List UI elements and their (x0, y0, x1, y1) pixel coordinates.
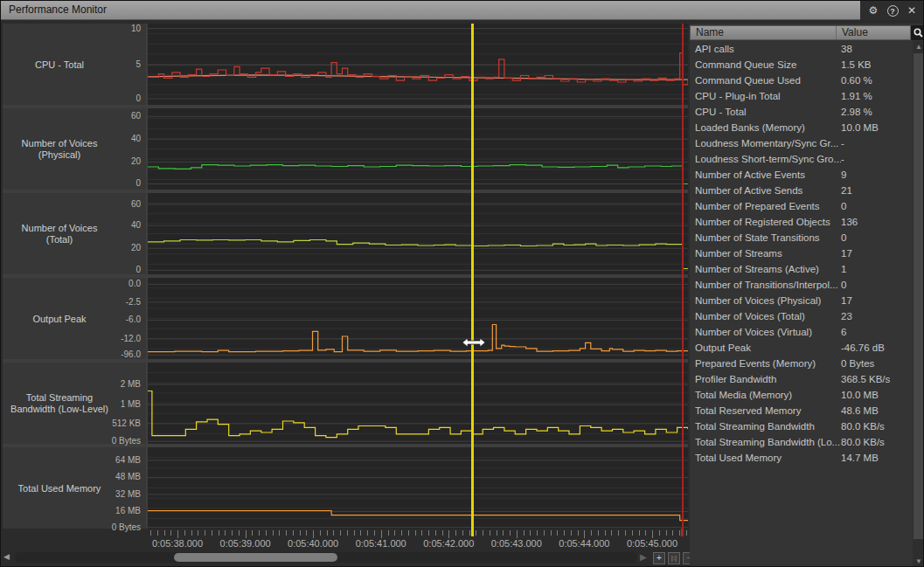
table-row[interactable]: Output Peak -46.76 dB (690, 340, 911, 356)
settings-button[interactable]: ⚙ (865, 3, 881, 18)
timeline-time-label: 0:05:38.000 (152, 538, 203, 549)
chart-label-cell: Number of Voices (Total)6040200 (3, 193, 146, 274)
y-axis-tick-label: 0 Bytes (112, 436, 141, 446)
timeline-tick (252, 530, 253, 536)
chart-plot[interactable] (148, 193, 688, 274)
column-header-value[interactable]: Value (837, 26, 910, 39)
gear-icon: ⚙ (869, 4, 879, 17)
chart-row: Total Streaming Bandwidth (Low-Level)2 M… (3, 363, 688, 444)
y-axis-tick-label: 48 MB (115, 472, 141, 481)
follow-capture-icon[interactable]: ▶ (640, 552, 647, 562)
timeline-tick (564, 530, 565, 536)
table-row[interactable]: Command Queue Size 1.5 KB (690, 57, 911, 73)
chart-plot[interactable] (148, 24, 688, 105)
table-row[interactable]: Loudness Momentary/Sync Gr... - (690, 135, 911, 151)
counter-value: 80.0 KB/s (841, 437, 911, 447)
table-row[interactable]: Profiler Bandwidth 368.5 KB/s (690, 371, 911, 387)
table-row[interactable]: CPU - Total 2.98 % (690, 104, 911, 120)
column-header-name[interactable]: Name (691, 26, 837, 39)
y-axis-tick-label: 0 (135, 265, 141, 274)
chart-plot[interactable] (148, 108, 688, 190)
table-row[interactable]: Number of Streams 17 (690, 245, 911, 261)
zoom-reset-button[interactable]: |:| (668, 552, 680, 564)
table-row[interactable]: CPU - Plug-in Total 1.91 % (690, 88, 911, 104)
timeline-tick (259, 530, 260, 536)
counter-value: 23 (841, 311, 911, 322)
table-row[interactable]: Number of Active Events 9 (690, 167, 911, 183)
table-row[interactable]: Number of State Transitions 0 (690, 230, 911, 245)
timeline-tick (625, 530, 626, 536)
timeline-tick (212, 530, 212, 536)
timeline-tick (591, 530, 592, 536)
y-axis-tick-label: 32 MB (115, 489, 141, 499)
titlebar[interactable]: Performance Monitor ⚙ ? ✕ (1, 1, 924, 20)
table-header[interactable]: Name Value (690, 25, 911, 40)
table-row[interactable]: Total Used Memory 14.7 MB (690, 450, 911, 466)
timeline-tick (598, 530, 599, 536)
y-axis-tick-label: -12.0 (121, 334, 141, 343)
timeline-tick (150, 530, 151, 536)
chart-row: Number of Voices (Total)6040200 (3, 193, 688, 274)
table-row[interactable]: Number of Active Sends 21 (690, 183, 911, 198)
table-row[interactable]: Total Reserved Memory 48.6 MB (690, 403, 911, 418)
counter-value: - (841, 154, 911, 164)
help-icon: ? (887, 5, 899, 17)
chart-title: CPU - Total (8, 59, 111, 70)
timeline-tick (435, 530, 436, 536)
zoom-in-button[interactable]: + (653, 552, 665, 564)
chart-plot[interactable] (148, 363, 688, 444)
timeline-tick (618, 530, 619, 536)
series-used-memory (148, 511, 688, 521)
chart-title: Total Used Memory (8, 482, 111, 494)
timeline-tick (293, 530, 294, 536)
horizontal-drag-cursor-icon (462, 335, 486, 349)
table-row[interactable]: Total Streaming Bandwidth (Lo... 80.0 KB… (690, 434, 911, 450)
table-row[interactable]: Loaded Banks (Memory) 10.0 MB (690, 120, 911, 135)
search-icon (914, 28, 923, 38)
horizontal-scrollbar[interactable] (15, 552, 637, 563)
timeline-tick (313, 530, 314, 538)
playhead-cursor[interactable] (471, 24, 474, 536)
chart-plot[interactable] (148, 447, 688, 529)
scroll-left-icon[interactable]: ◀ (3, 552, 10, 561)
table-row[interactable]: Command Queue Used 0.60 % (690, 73, 911, 88)
table-row[interactable]: Number of Streams (Active) 1 (690, 261, 911, 277)
table-row[interactable]: Number of Registered Objects 136 (690, 214, 911, 230)
counter-name: Command Queue Used (690, 75, 841, 86)
counter-name: CPU - Plug-in Total (690, 91, 841, 101)
timeline-tick (286, 530, 287, 536)
scroll-up-icon[interactable]: ▲ (913, 43, 924, 51)
chart-plot[interactable] (148, 278, 688, 359)
counter-value: 9 (841, 169, 911, 180)
counter-value: 0.60 % (841, 75, 911, 86)
table-row[interactable]: Number of Voices (Virtual) 6 (690, 324, 911, 340)
counter-name: Profiler Bandwidth (690, 374, 841, 384)
timeline-tick (686, 530, 687, 536)
vertical-scrollbar[interactable]: ▲ ▼ (913, 41, 924, 567)
horizontal-scrollbar-thumb[interactable] (174, 553, 337, 562)
table-row[interactable]: Number of Prepared Events 0 (690, 198, 911, 214)
timeline-tick (584, 530, 585, 538)
table-row[interactable]: Total Streaming Bandwidth 80.0 KB/s (690, 418, 911, 434)
close-button[interactable]: ✕ (904, 3, 920, 18)
scroll-down-icon[interactable]: ▼ (913, 557, 924, 565)
table-row[interactable]: API calls 38 (690, 41, 911, 57)
table-row[interactable]: Number of Voices (Total) 23 (690, 308, 911, 324)
table-row[interactable]: Prepared Events (Memory) 0 Bytes (690, 356, 911, 371)
chart-title: Number of Voices (Total) (8, 223, 111, 245)
timeline-ruler[interactable]: 0:05:38.0000:05:39.0000:05:40.0000:05:41… (148, 529, 688, 550)
help-button[interactable]: ? (885, 3, 900, 18)
vertical-scrollbar-thumb[interactable] (914, 53, 924, 539)
table-row[interactable]: Loudness Short-term/Sync Gro... - (690, 151, 911, 167)
search-button[interactable] (911, 25, 924, 40)
timeline-time-label: 0:05:39.000 (220, 538, 271, 549)
table-row[interactable]: Number of Voices (Physical) 17 (690, 293, 911, 308)
counter-name: Total Streaming Bandwidth (Lo... (690, 437, 841, 447)
counter-value: 136 (841, 217, 911, 227)
table-row[interactable]: Total Media (Memory) 10.0 MB (690, 387, 911, 403)
timeline-tick (666, 530, 667, 536)
chart-row: Total Used Memory64 MB48 MB32 MB16 MB0 B… (3, 447, 688, 529)
table-row[interactable]: Number of Transitions/Interpol... 0 (690, 277, 911, 293)
chart-title: Output Peak (8, 313, 111, 324)
timeline-tick (510, 530, 511, 536)
